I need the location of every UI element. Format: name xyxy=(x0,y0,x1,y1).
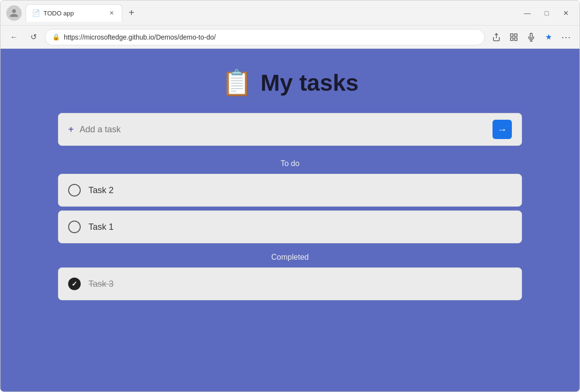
more-options-button[interactable]: ⋯ xyxy=(558,29,574,45)
svg-rect-4 xyxy=(515,38,517,40)
add-task-plus-icon: + xyxy=(68,124,74,135)
svg-rect-3 xyxy=(510,38,513,40)
profile-avatar[interactable] xyxy=(6,5,22,21)
share-button[interactable] xyxy=(489,29,504,45)
page-title: My tasks xyxy=(261,70,359,96)
task-label-completed: Task 3 xyxy=(88,279,114,289)
task-container: + → To do Task 2 Task 1 Completed Task 3 xyxy=(58,113,522,304)
todo-section-label: To do xyxy=(58,159,522,168)
browser-window: 📄 TODO app ✕ + — □ ✕ ← ↺ 🔒 https://micro… xyxy=(0,0,580,392)
page-header: 📋 My tasks xyxy=(221,68,359,98)
tab-close-button[interactable]: ✕ xyxy=(107,9,116,17)
svg-rect-2 xyxy=(515,34,517,36)
tab-favicon: 📄 xyxy=(32,9,40,17)
task-label: Task 1 xyxy=(88,222,114,232)
list-item[interactable]: Task 3 xyxy=(58,267,522,300)
minimize-button[interactable]: — xyxy=(520,5,535,21)
active-tab[interactable]: 📄 TODO app ✕ xyxy=(26,4,122,22)
favorites-button[interactable]: ★ xyxy=(541,29,556,45)
nav-actions: ★ ⋯ xyxy=(489,29,574,45)
url-text: https://microsoftedge.github.io/Demos/de… xyxy=(64,33,478,41)
page-content: 📋 My tasks + → To do Task 2 Task 1 Compl… xyxy=(0,49,580,392)
nav-bar: ← ↺ 🔒 https://microsoftedge.github.io/De… xyxy=(0,26,580,49)
svg-rect-1 xyxy=(510,34,513,36)
task-label: Task 2 xyxy=(88,185,114,196)
add-task-input[interactable] xyxy=(80,125,493,135)
tab-bar: 📄 TODO app ✕ + xyxy=(26,4,516,22)
close-button[interactable]: ✕ xyxy=(558,5,574,21)
completed-section-label: Completed xyxy=(58,253,522,262)
list-item[interactable]: Task 2 xyxy=(58,174,522,207)
task-checkbox[interactable] xyxy=(68,184,81,196)
task-checkbox[interactable] xyxy=(68,221,81,233)
back-button[interactable]: ← xyxy=(6,29,22,45)
add-task-submit-button[interactable]: → xyxy=(493,120,512,139)
add-task-row[interactable]: + → xyxy=(58,113,522,146)
maximize-button[interactable]: □ xyxy=(539,5,554,21)
title-bar: 📄 TODO app ✕ + — □ ✕ xyxy=(0,0,580,26)
lock-icon: 🔒 xyxy=(52,33,60,41)
collections-button[interactable] xyxy=(506,29,522,45)
read-aloud-button[interactable] xyxy=(523,29,539,45)
refresh-button[interactable]: ↺ xyxy=(26,29,41,45)
clipboard-icon: 📋 xyxy=(221,68,253,98)
new-tab-button[interactable]: + xyxy=(124,6,139,20)
tab-title: TODO app xyxy=(44,10,103,17)
address-bar[interactable]: 🔒 https://microsoftedge.github.io/Demos/… xyxy=(45,29,485,45)
task-checkbox-checked[interactable] xyxy=(68,278,81,290)
list-item[interactable]: Task 1 xyxy=(58,210,522,243)
